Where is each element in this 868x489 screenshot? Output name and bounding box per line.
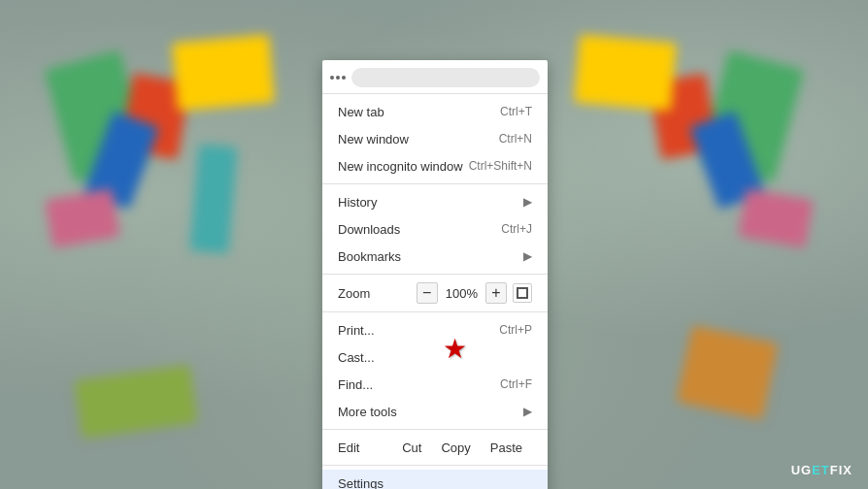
menu-item-print[interactable]: Print... Ctrl+P [322,316,548,343]
menu-item-new-tab[interactable]: New tab Ctrl+T [322,98,548,125]
menu-item-more-tools-label: More tools [338,405,519,419]
menu-item-print-shortcut: Ctrl+P [499,323,532,337]
dot1 [330,76,334,80]
menu-item-downloads[interactable]: Downloads Ctrl+J [322,215,548,243]
copy-button[interactable]: Copy [431,439,480,457]
watermark-et: ET [812,463,830,477]
menu-item-find-label: Find... [338,377,500,392]
menu-item-cast-label: Cast... [338,350,532,365]
watermark-fix: FIX [830,463,852,477]
menu-item-find[interactable]: Find... Ctrl+F [322,371,548,398]
watermark: UGETFIX [791,463,852,477]
menu-item-bookmarks[interactable]: Bookmarks ▶ [322,243,548,270]
divider-3 [322,311,548,312]
menu-item-new-window[interactable]: New window Ctrl+N [322,125,548,152]
menu-item-new-incognito-label: New incognito window [338,159,469,174]
divider-2 [322,274,548,275]
dot3 [342,76,346,80]
menu-item-downloads-label: Downloads [338,222,501,237]
dots-icon [330,76,346,80]
zoom-plus-button[interactable]: + [485,282,507,304]
menu-item-print-label: Print... [338,323,499,338]
watermark-ug: UG [791,463,813,477]
history-arrow-icon: ▶ [523,195,532,209]
zoom-row: Zoom − 100% + [322,278,548,308]
fullscreen-icon [517,287,528,299]
menu-item-cast[interactable]: Cast... [322,343,548,371]
zoom-value: 100% [446,286,478,301]
menu-item-history[interactable]: History ▶ [322,188,548,215]
menu-search-bar [351,68,540,87]
zoom-label: Zoom [338,286,417,301]
menu-item-settings[interactable]: Settings [322,470,548,489]
cut-button[interactable]: Cut [392,439,431,457]
paste-button[interactable]: Paste [481,439,532,457]
menu-item-history-label: History [338,195,519,210]
menu-item-bookmarks-label: Bookmarks [338,249,519,264]
menu-item-find-shortcut: Ctrl+F [500,377,532,391]
divider-4 [322,429,548,430]
menu-item-new-window-shortcut: Ctrl+N [499,132,532,146]
divider-5 [322,465,548,466]
menu-item-new-incognito-shortcut: Ctrl+Shift+N [469,159,532,173]
menu-item-new-window-label: New window [338,132,499,147]
edit-row: Edit Cut Copy Paste [322,434,548,461]
zoom-minus-button[interactable]: − [417,282,438,304]
menu-item-new-tab-shortcut: Ctrl+T [500,105,532,118]
menu-item-settings-label: Settings [338,476,532,490]
menu-item-more-tools[interactable]: More tools ▶ [322,398,548,425]
bookmarks-arrow-icon: ▶ [523,249,532,263]
divider-1 [322,183,548,184]
dot2 [336,76,340,80]
more-tools-arrow-icon: ▶ [523,405,532,418]
menu-top-bar [322,64,548,94]
menu-item-downloads-shortcut: Ctrl+J [501,222,532,236]
menu-item-new-incognito[interactable]: New incognito window Ctrl+Shift+N [322,152,548,179]
edit-label: Edit [338,440,392,455]
zoom-fullscreen-button[interactable] [513,283,532,303]
menu-item-new-tab-label: New tab [338,105,500,119]
context-menu: New tab Ctrl+T New window Ctrl+N New inc… [322,60,548,489]
